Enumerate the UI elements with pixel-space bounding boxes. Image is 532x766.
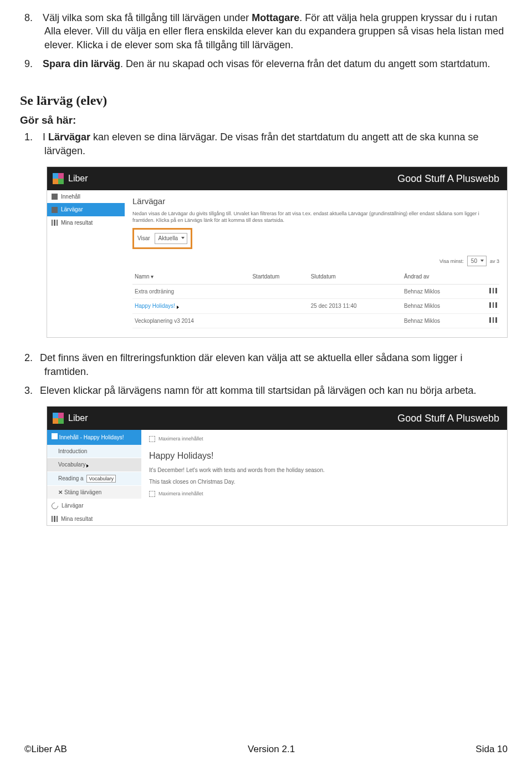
stats-icon[interactable] (489, 317, 497, 323)
cursor-icon (177, 306, 179, 309)
bars-icon (52, 516, 58, 522)
sidebar-head[interactable]: Innehåll - Happy Holidays! (47, 430, 141, 445)
subheading: Gör så här: (20, 113, 508, 128)
bars-icon (52, 220, 58, 226)
main-description: Nedan visas de Lärvägar du givits tillgå… (132, 210, 499, 224)
app-header: Liber Good Stuff A Pluswebb (47, 407, 507, 430)
show-count-dropdown[interactable]: 50 (467, 256, 487, 267)
show-label: Visa minst: (439, 258, 464, 265)
screenshot-happy-holidays: Liber Good Stuff A Pluswebb Innehåll - H… (47, 406, 508, 526)
book-icon (52, 194, 58, 200)
footer-left: ©Liber AB (24, 743, 67, 756)
sidebar-item-mina-resultat[interactable]: Mina resultat (47, 216, 125, 230)
expand-icon (149, 491, 155, 497)
sidebar-item-larvagar[interactable]: Lärvägar (47, 499, 141, 513)
step-8: Välj vilka som ska få tillgång till lärv… (40, 11, 508, 52)
col-slutdatum[interactable]: Slutdatum (309, 270, 402, 284)
tooltip: Vocabulary (86, 475, 116, 483)
filter-label: Visar (137, 235, 150, 242)
brand-logo: Liber (53, 412, 88, 424)
footer-mid: Version 2.1 (248, 743, 295, 756)
section-title: Se lärväg (elev) (20, 92, 508, 109)
product-title: Good Stuff A Pluswebb (397, 412, 499, 425)
sidebar-item-reading[interactable]: Reading a Vocabulary (47, 472, 141, 486)
ordered-list-8-9: Välj vilka som ska få tillgång till lärv… (40, 11, 508, 70)
larvagar-table: Namn ▾ Startdatum Slutdatum Ändrad av Ex… (132, 270, 499, 328)
sidebar-item-introduction[interactable]: Introduction (47, 445, 141, 459)
col-andrad[interactable]: Ändrad av (402, 270, 477, 284)
expand-icon (149, 436, 155, 442)
sidebar: Innehåll - Happy Holidays! Introduction … (47, 430, 141, 525)
page-footer: ©Liber AB Version 2.1 Sida 10 (24, 743, 508, 756)
col-namn[interactable]: Namn ▾ (132, 270, 250, 284)
show-tail: av 3 (490, 258, 499, 265)
row-link-happy-holidays[interactable]: Happy Holidays! (135, 303, 175, 309)
stats-icon[interactable] (489, 302, 497, 308)
sidebar-item-innehall[interactable]: Innehåll (47, 190, 125, 204)
table-row: Happy Holidays! 25 dec 2013 11:40 Behnaz… (132, 299, 499, 314)
maximize-row-bottom[interactable]: Maximera innehållet (149, 490, 499, 497)
row-name[interactable]: Extra ordträning (135, 288, 174, 295)
sidebar: Innehåll Lärvägar Mina resultat (47, 190, 125, 338)
app-header: Liber Good Stuff A Pluswebb (47, 167, 507, 190)
filter-dropdown[interactable]: Aktuella (155, 233, 188, 244)
book-icon (52, 433, 58, 439)
step-b2: Det finns även en filtreringsfunktion dä… (40, 351, 508, 378)
sidebar-item-close-larvagen[interactable]: ✕Stäng lärvägen (47, 486, 141, 500)
brand-name: Liber (68, 173, 88, 185)
cursor-icon (86, 464, 89, 468)
close-icon: ✕ (58, 489, 63, 495)
table-row: Extra ordträning Behnaz Miklos (132, 284, 499, 299)
logo-icon (53, 173, 64, 184)
stats-icon[interactable] (489, 288, 497, 293)
ordered-list-1-3: I Lärvägar kan eleven se dina lärvägar. … (40, 130, 508, 158)
maximize-row[interactable]: Maximera innehållet (149, 435, 499, 442)
content-line-2: This task closes on Christmas Day. (149, 478, 499, 486)
step-b1: I Lärvägar kan eleven se dina lärvägar. … (40, 130, 508, 158)
step-9: Spara din lärväg. Den är nu skapad och v… (40, 57, 508, 70)
table-row: Veckoplanering v3 2014 Behnaz Miklos (132, 313, 499, 328)
brand-logo: Liber (53, 173, 88, 185)
brand-name: Liber (68, 412, 88, 424)
screenshot-larvagar: Liber Good Stuff A Pluswebb Innehåll Lär… (47, 166, 508, 338)
col-startdatum[interactable]: Startdatum (250, 270, 308, 284)
footer-right: Sida 10 (475, 743, 508, 756)
refresh-icon (50, 501, 60, 511)
sidebar-item-vocabulary[interactable]: Vocabulary (47, 458, 141, 472)
content-title: Happy Holidays! (149, 450, 499, 462)
sidebar-item-mina-resultat[interactable]: Mina resultat (47, 513, 141, 526)
filter-box-highlight: Visar Aktuella (132, 228, 192, 249)
ordered-list-2-3: Det finns även en filtreringsfunktion dä… (40, 351, 508, 397)
step-b3: Eleven klickar på lärvägens namn för att… (40, 384, 508, 397)
content-line-1: It's December! Let's work with texts and… (149, 466, 499, 474)
book-icon (52, 207, 58, 213)
main-title: Lärvägar (132, 196, 499, 207)
row-name[interactable]: Veckoplanering v3 2014 (135, 318, 194, 324)
logo-icon (53, 413, 64, 424)
product-title: Good Stuff A Pluswebb (397, 172, 499, 185)
sidebar-item-larvagar[interactable]: Lärvägar (47, 203, 125, 216)
